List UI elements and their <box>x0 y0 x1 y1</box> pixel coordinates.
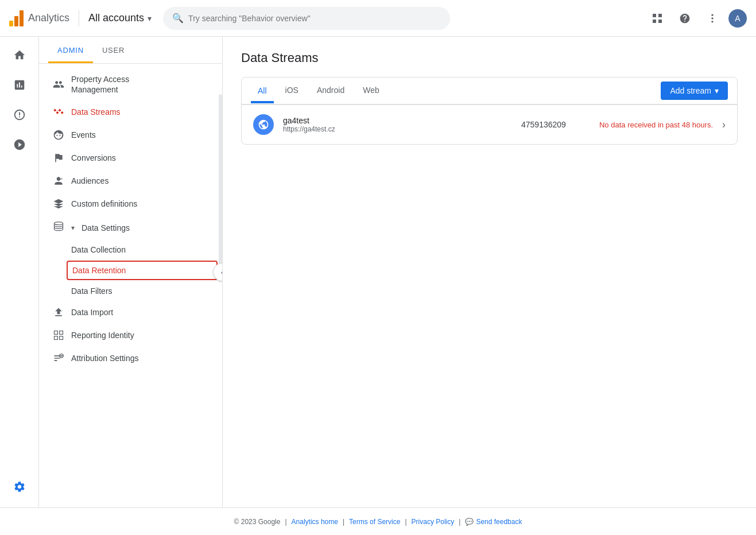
svg-rect-11 <box>60 331 63 335</box>
nav-explore-icon[interactable] <box>6 101 33 129</box>
stream-info: ga4test https://ga4test.cz <box>283 116 512 133</box>
reporting-icon <box>53 329 64 341</box>
sidebar-item-data-import[interactable]: Data Import <box>39 301 222 324</box>
tab-admin[interactable]: ADMIN <box>48 37 93 63</box>
header-actions: A <box>646 7 747 30</box>
svg-point-9 <box>55 222 63 225</box>
add-stream-chevron-icon: ▾ <box>715 86 719 95</box>
svg-rect-1 <box>658 14 662 17</box>
add-stream-button[interactable]: Add stream ▾ <box>661 82 728 100</box>
svg-rect-2 <box>653 20 656 23</box>
sidebar: ADMIN USER Property AccessManagement Dat… <box>39 37 223 507</box>
arrow-left-icon: ‹ <box>221 268 223 277</box>
all-accounts-button[interactable]: All accounts ▾ <box>88 12 152 24</box>
tab-android[interactable]: Android <box>310 77 351 104</box>
events-icon <box>53 129 64 141</box>
header-divider <box>79 10 79 26</box>
stream-name: ga4test <box>283 116 512 125</box>
footer-feedback[interactable]: Send feedback <box>476 518 522 526</box>
stream-status: No data received in past 48 hours. <box>599 121 713 129</box>
logo-bar-1 <box>9 21 13 26</box>
logo: Analytics <box>9 10 69 26</box>
upload-icon <box>53 307 64 318</box>
stream-chevron-icon: › <box>722 119 726 131</box>
svg-point-4 <box>711 14 713 15</box>
apps-icon[interactable] <box>646 7 669 30</box>
search-input[interactable] <box>188 14 441 23</box>
attribution-icon <box>53 352 64 364</box>
sidebar-item-property-access[interactable]: Property AccessManagement <box>39 68 222 100</box>
attribution-settings-label: Attribution Settings <box>71 354 139 363</box>
reporting-identity-label: Reporting Identity <box>71 331 134 340</box>
people-icon <box>53 79 64 90</box>
sidebar-item-attribution-settings[interactable]: Attribution Settings <box>39 347 222 370</box>
footer-copyright: © 2023 Google <box>234 518 281 526</box>
footer-terms[interactable]: Terms of Service <box>349 518 400 526</box>
nav-home-icon[interactable] <box>6 41 33 69</box>
more-vert-icon[interactable] <box>701 7 724 30</box>
svg-rect-0 <box>653 14 656 17</box>
flag-icon <box>53 152 64 164</box>
data-import-label: Data Import <box>71 308 113 317</box>
search-bar[interactable]: 🔍 <box>163 7 450 30</box>
sidebar-item-events[interactable]: Events <box>39 123 222 146</box>
logo-bar-3 <box>20 10 24 26</box>
property-access-label: Property AccessManagement <box>71 74 129 95</box>
feedback-icon: 💬 <box>465 518 474 526</box>
sidebar-item-custom-definitions[interactable]: Custom definitions <box>39 192 222 215</box>
nav-reports-icon[interactable] <box>6 71 33 99</box>
add-stream-label: Add stream <box>670 86 711 95</box>
sidebar-item-data-retention[interactable]: Data Retention <box>67 261 218 280</box>
sidebar-item-data-streams[interactable]: Data Streams <box>39 100 222 123</box>
svg-rect-12 <box>55 336 58 340</box>
stream-globe-icon <box>253 114 274 135</box>
data-settings-chevron: ▾ <box>71 224 75 232</box>
nav-advertising-icon[interactable] <box>6 131 33 158</box>
svg-rect-3 <box>658 20 662 23</box>
tab-ios[interactable]: iOS <box>278 77 305 104</box>
events-label: Events <box>71 130 96 139</box>
tab-user[interactable]: USER <box>93 37 134 63</box>
icon-nav <box>0 37 39 507</box>
sidebar-tabs: ADMIN USER <box>39 37 222 64</box>
avatar[interactable]: A <box>728 9 747 28</box>
sidebar-item-audiences[interactable]: Audiences <box>39 169 222 192</box>
sidebar-item-data-settings[interactable]: ▾ Data Settings <box>39 215 222 240</box>
custom-definitions-label: Custom definitions <box>71 199 137 208</box>
search-icon: 🔍 <box>172 13 184 24</box>
stream-row[interactable]: ga4test https://ga4test.cz 4759136209 No… <box>242 104 737 144</box>
data-settings-label: Data Settings <box>82 223 130 232</box>
conversions-label: Conversions <box>71 153 116 162</box>
sidebar-content: Property AccessManagement Data Streams E… <box>39 64 222 507</box>
sidebar-item-reporting-identity[interactable]: Reporting Identity <box>39 324 222 347</box>
data-settings-children: Data Collection Data Retention Data Filt… <box>39 240 222 301</box>
svg-rect-10 <box>55 331 58 335</box>
tab-all[interactable]: All <box>251 78 274 103</box>
page-title: Data Streams <box>241 51 738 65</box>
nav-settings-icon[interactable] <box>6 473 33 501</box>
logo-bar-2 <box>14 16 18 26</box>
all-accounts-label: All accounts <box>88 12 144 24</box>
stream-icon <box>53 106 64 118</box>
tab-web[interactable]: Web <box>356 77 386 104</box>
svg-point-6 <box>711 21 713 22</box>
svg-point-5 <box>711 17 713 19</box>
streams-tabs: All iOS Android Web Add stream ▾ <box>242 77 737 104</box>
footer-analytics-home[interactable]: Analytics home <box>292 518 338 526</box>
sidebar-item-conversions[interactable]: Conversions <box>39 146 222 169</box>
footer: © 2023 Google | Analytics home | Terms o… <box>0 507 756 535</box>
stream-id: 4759136209 <box>521 120 590 129</box>
footer-privacy[interactable]: Privacy Policy <box>412 518 455 526</box>
scrollbar[interactable] <box>219 94 222 266</box>
logo-bars <box>9 10 24 26</box>
audiences-label: Audiences <box>71 176 108 185</box>
streams-card: All iOS Android Web Add stream ▾ ga4test… <box>241 77 738 145</box>
sidebar-item-data-filters[interactable]: Data Filters <box>71 281 222 301</box>
sidebar-item-data-collection[interactable]: Data Collection <box>71 240 222 259</box>
svg-rect-13 <box>60 336 63 340</box>
logo-text: Analytics <box>28 12 69 24</box>
main-layout: ADMIN USER Property AccessManagement Dat… <box>0 37 756 507</box>
data-settings-icon <box>53 221 64 234</box>
main-content: Data Streams All iOS Android Web Add str… <box>223 37 756 507</box>
help-icon[interactable] <box>673 7 696 30</box>
